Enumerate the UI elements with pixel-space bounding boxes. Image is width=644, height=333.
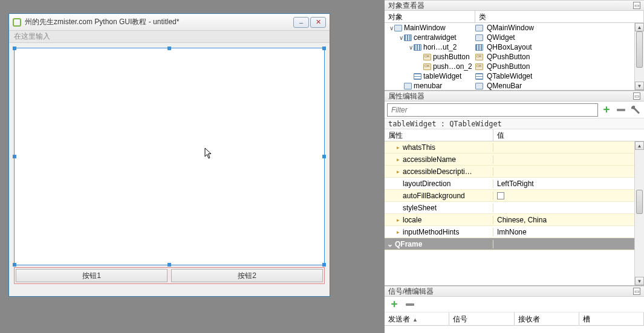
resize-handle[interactable] [13, 263, 16, 267]
object-tree-row[interactable]: pushButtonQPushButton [385, 52, 644, 62]
tree-twisty-icon[interactable]: ∨ [388, 25, 394, 31]
scroll-up-button[interactable]: ▲ [635, 23, 644, 31]
scroll-down-button[interactable]: ▼ [635, 82, 644, 90]
remove-property-button[interactable] [615, 104, 627, 116]
property-name-label: styleSheet [403, 204, 437, 212]
property-col-value[interactable]: 值 [493, 129, 644, 141]
object-tree-columns[interactable]: 对象 类 [385, 11, 644, 23]
table-icon [475, 73, 483, 80]
resize-handle[interactable] [322, 263, 326, 267]
layout-icon [404, 34, 412, 41]
object-col-name[interactable]: 对象 [385, 11, 475, 22]
dock-pin-icon[interactable]: ▭ [633, 288, 640, 295]
scrollbar[interactable]: ▲ ▼ [634, 23, 644, 90]
object-tree[interactable]: ∨MainWindowQMainWindow∨centralwidgetQWid… [385, 23, 644, 90]
property-rows[interactable]: ▸whatsThis▸accessibleName▸accessibleDesc… [385, 141, 644, 285]
object-name-label: MainWindow [404, 24, 446, 32]
tree-twisty-icon[interactable]: ∨ [408, 44, 414, 51]
scroll-thumb[interactable] [636, 190, 643, 214]
dock-pin-icon[interactable]: ▭ [633, 92, 640, 100]
object-tree-row[interactable]: ∨MainWindowQMainWindow [385, 23, 644, 33]
property-row[interactable]: styleSheet [385, 202, 644, 214]
property-row[interactable]: ▸inputMethodHintsImhNone [385, 226, 644, 238]
signal-slot-columns[interactable]: 发送者▲ 信号 接收者 槽 [385, 312, 644, 326]
property-row[interactable]: ▸whatsThis [385, 141, 644, 154]
object-inspector-title: 对象查看器 [388, 1, 424, 11]
property-row[interactable]: layoutDirectionLeftToRight [385, 178, 644, 190]
design-canvas[interactable]: 按钮1 按钮2 [9, 43, 330, 296]
add-property-button[interactable]: + [600, 104, 613, 116]
resize-handle[interactable] [13, 47, 16, 50]
object-name-label: menubar [414, 82, 442, 90]
object-name-label: push…on_2 [433, 62, 472, 71]
property-row[interactable]: ▸localeChinese, China [385, 214, 644, 226]
expand-icon[interactable]: ▸ [395, 229, 401, 234]
resize-handle[interactable] [322, 47, 326, 50]
object-tree-row[interactable]: tableWidgetQTableWidget [385, 71, 644, 81]
signal-slot-panel: 信号/槽编辑器 ▭ + 发送者▲ 信号 接收者 槽 [385, 286, 644, 333]
property-toolbar: + [385, 102, 644, 118]
property-row[interactable]: ▸accessibleDescripti… [385, 166, 644, 178]
close-button[interactable]: ✕ [310, 17, 326, 28]
btn-icon [423, 54, 431, 60]
property-group-row[interactable]: ⌄QFrame [385, 238, 644, 250]
col-signal[interactable]: 信号 [449, 312, 514, 325]
object-name-label: pushButton [433, 53, 470, 61]
preview-title: 州的先生zmister.com Python GUI教程 - untitled* [25, 17, 292, 27]
expand-icon [395, 193, 401, 198]
property-editor-header[interactable]: 属性编辑器 ▭ [385, 91, 644, 102]
object-tree-row[interactable]: ∨centralwidgetQWidget [385, 33, 644, 42]
push-button-1[interactable]: 按钮1 [16, 269, 168, 282]
property-name-label: inputMethodHints [403, 228, 459, 236]
hbox-layout[interactable]: 按钮1 按钮2 [14, 267, 325, 284]
property-row[interactable]: autoFillBackground [385, 190, 644, 202]
property-value-label: LeftToRight [497, 179, 534, 188]
resize-handle[interactable] [13, 155, 16, 158]
signal-slot-header[interactable]: 信号/槽编辑器 ▭ [385, 286, 644, 297]
preview-menubar[interactable]: 在这里输入 [9, 31, 330, 43]
plus-icon: + [603, 103, 610, 116]
expand-icon[interactable]: ▸ [395, 217, 401, 222]
scroll-up-button[interactable]: ▲ [635, 141, 644, 150]
col-slot[interactable]: 槽 [579, 312, 644, 325]
checkbox[interactable] [497, 192, 504, 199]
object-inspector-header[interactable]: 对象查看器 ▭ [385, 0, 644, 11]
signal-slot-toolbar: + [385, 297, 644, 312]
add-connection-button[interactable]: + [388, 299, 400, 311]
expand-icon[interactable]: ▸ [395, 169, 401, 174]
configure-button[interactable] [629, 104, 642, 116]
widget-icon [404, 83, 412, 89]
scroll-thumb[interactable] [636, 31, 643, 68]
expand-icon[interactable]: ▸ [395, 157, 401, 162]
property-name-label: accessibleName [403, 155, 456, 164]
dock-pin-icon[interactable]: ▭ [633, 2, 640, 9]
property-columns[interactable]: 属性 值 [385, 129, 644, 141]
scrollbar[interactable]: ▲ ▼ [634, 141, 644, 285]
design-preview-window: 州的先生zmister.com Python GUI教程 - untitled*… [8, 13, 330, 297]
object-tree-row[interactable]: push…on_2QPushButton [385, 62, 644, 71]
resize-handle[interactable] [168, 263, 171, 267]
expand-icon[interactable]: ▸ [395, 144, 401, 150]
col-sender[interactable]: 发送者▲ [385, 312, 449, 325]
property-filter-input[interactable] [387, 103, 598, 117]
group-collapse-icon[interactable]: ⌄ [387, 240, 393, 248]
minimize-button[interactable]: – [293, 17, 309, 28]
property-name-label: autoFillBackground [403, 192, 465, 200]
object-inspector-panel: 对象查看器 ▭ 对象 类 ∨MainWindowQMainWindow∨cent… [385, 0, 644, 91]
object-col-class[interactable]: 类 [475, 11, 644, 22]
property-col-name[interactable]: 属性 [385, 129, 493, 141]
object-class-label: QPushButton [487, 62, 530, 71]
btn-icon [475, 63, 483, 70]
scroll-down-button[interactable]: ▼ [635, 277, 644, 285]
push-button-2[interactable]: 按钮2 [171, 269, 323, 282]
table-widget-selection[interactable] [14, 48, 325, 265]
property-row[interactable]: ▸accessibleName [385, 154, 644, 166]
col-receiver[interactable]: 接收者 [515, 312, 579, 325]
tree-twisty-icon[interactable]: ∨ [398, 34, 404, 41]
remove-connection-button[interactable] [404, 299, 416, 311]
resize-handle[interactable] [322, 155, 326, 158]
object-tree-row[interactable]: ∨hori…ut_2QHBoxLayout [385, 42, 644, 52]
object-tree-row[interactable]: menubarQMenuBar [385, 81, 644, 90]
property-editor-panel: 属性编辑器 ▭ + tableWidget : QTableWidget 属性 … [385, 91, 644, 286]
resize-handle[interactable] [168, 47, 171, 50]
